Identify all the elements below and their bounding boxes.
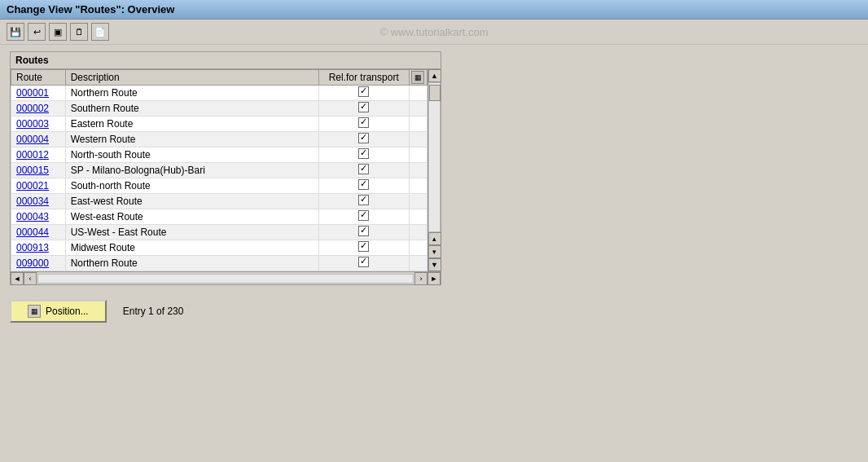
route-cell[interactable]: 000012 <box>11 147 66 163</box>
empty-cell <box>409 209 427 225</box>
col-header-settings[interactable]: ▦ <box>409 70 427 86</box>
h-scroll-track[interactable] <box>37 274 414 284</box>
copy-button[interactable]: 📄 <box>91 23 109 41</box>
route-link[interactable]: 000003 <box>16 118 49 130</box>
new-entries-button[interactable]: 🗒 <box>70 23 88 41</box>
scroll-right-small-button[interactable]: › <box>414 272 427 285</box>
footer-area: ▦ Position... Entry 1 of 230 <box>0 292 868 331</box>
transport-checkbox[interactable] <box>358 133 369 143</box>
transport-cell[interactable] <box>318 147 409 163</box>
table-row[interactable]: 000015SP - Milano-Bologna(Hub)-Bari <box>11 163 427 178</box>
position-icon: ▦ <box>28 305 41 318</box>
table-row[interactable]: 009000Northern Route <box>11 256 427 271</box>
scroll-thumb[interactable] <box>429 85 441 101</box>
transport-cell[interactable] <box>318 163 409 178</box>
scroll-left-small-button[interactable]: ‹ <box>24 272 37 285</box>
save-button[interactable]: 💾 <box>7 23 24 41</box>
table-row[interactable]: 000004Western Route <box>11 132 427 147</box>
transport-cell[interactable] <box>318 101 409 117</box>
route-cell[interactable]: 000004 <box>11 132 66 147</box>
scroll-small-up[interactable]: ▴ <box>428 232 441 245</box>
route-link[interactable]: 000001 <box>16 87 49 99</box>
transport-cell[interactable] <box>318 117 409 132</box>
transport-cell[interactable] <box>318 132 409 147</box>
table-row[interactable]: 000913Midwest Route <box>11 240 427 256</box>
transport-checkbox[interactable] <box>358 164 369 174</box>
empty-cell <box>409 194 427 209</box>
transport-checkbox[interactable] <box>358 148 369 159</box>
empty-cell <box>409 101 427 117</box>
main-area: Routes Route Description Rel.for <box>0 45 868 292</box>
horizontal-scrollbar[interactable]: ◄ ‹ › ► <box>11 271 441 284</box>
transport-checkbox[interactable] <box>358 102 369 112</box>
scroll-left-button[interactable]: ◄ <box>11 272 24 285</box>
back-icon: ↩ <box>33 27 41 37</box>
transport-cell[interactable] <box>318 240 409 256</box>
scroll-track[interactable] <box>428 82 441 232</box>
transport-cell[interactable] <box>318 178 409 194</box>
route-link[interactable]: 000002 <box>16 103 49 114</box>
route-link[interactable]: 000034 <box>16 196 49 207</box>
window-button[interactable]: ▣ <box>49 23 67 41</box>
route-cell[interactable]: 000913 <box>11 240 66 256</box>
table-row[interactable]: 000044US-West - East Route <box>11 225 427 240</box>
route-link[interactable]: 000012 <box>16 149 49 161</box>
back-button[interactable]: ↩ <box>28 23 46 41</box>
scroll-small-down[interactable]: ▾ <box>428 245 441 258</box>
empty-cell <box>409 256 427 271</box>
scroll-right-button[interactable]: ► <box>427 272 441 285</box>
table-row[interactable]: 000034East-west Route <box>11 194 427 209</box>
route-cell[interactable]: 000003 <box>11 117 66 132</box>
route-cell[interactable]: 000034 <box>11 194 66 209</box>
routes-table: Route Description Rel.for transport ▦ <box>11 69 427 271</box>
description-cell: Northern Route <box>65 256 318 271</box>
settings-icon[interactable]: ▦ <box>411 71 424 84</box>
toolbar: 💾 ↩ ▣ 🗒 📄 © www.tutorialkart.com <box>0 20 868 45</box>
route-link[interactable]: 000015 <box>16 165 49 176</box>
transport-cell[interactable] <box>318 225 409 240</box>
transport-checkbox[interactable] <box>358 210 369 221</box>
route-link[interactable]: 009000 <box>16 257 49 269</box>
table-row[interactable]: 000012North-south Route <box>11 147 427 163</box>
transport-checkbox[interactable] <box>358 195 369 205</box>
transport-cell[interactable] <box>318 209 409 225</box>
route-cell[interactable]: 000002 <box>11 101 66 117</box>
table-row[interactable]: 000003Eastern Route <box>11 117 427 132</box>
title-bar: Change View "Routes": Overview <box>0 0 868 20</box>
route-link[interactable]: 000004 <box>16 134 49 145</box>
route-link[interactable]: 000021 <box>16 180 49 191</box>
route-cell[interactable]: 000043 <box>11 209 66 225</box>
transport-cell[interactable] <box>318 256 409 271</box>
title-text: Change View "Routes": Overview <box>7 3 174 15</box>
vertical-scrollbar[interactable]: ▲ ▴ ▾ ▼ <box>427 69 441 271</box>
description-cell: Northern Route <box>65 86 318 101</box>
route-cell[interactable]: 000044 <box>11 225 66 240</box>
route-link[interactable]: 000913 <box>16 242 49 253</box>
transport-checkbox[interactable] <box>358 117 369 128</box>
table-row[interactable]: 000043West-east Route <box>11 209 427 225</box>
route-cell[interactable]: 000001 <box>11 86 66 101</box>
table-row[interactable]: 000002Southern Route <box>11 101 427 117</box>
transport-checkbox[interactable] <box>358 257 369 267</box>
transport-checkbox[interactable] <box>358 179 369 190</box>
empty-cell <box>409 132 427 147</box>
route-cell[interactable]: 009000 <box>11 256 66 271</box>
table-row[interactable]: 000001Northern Route <box>11 86 427 101</box>
empty-cell <box>409 240 427 256</box>
transport-cell[interactable] <box>318 194 409 209</box>
route-cell[interactable]: 000021 <box>11 178 66 194</box>
description-cell: North-south Route <box>65 147 318 163</box>
transport-checkbox[interactable] <box>358 241 369 252</box>
route-cell[interactable]: 000015 <box>11 163 66 178</box>
route-link[interactable]: 000043 <box>16 211 49 222</box>
transport-checkbox[interactable] <box>358 226 369 236</box>
route-link[interactable]: 000044 <box>16 227 49 238</box>
transport-cell[interactable] <box>318 86 409 101</box>
position-button[interactable]: ▦ Position... <box>10 300 107 323</box>
transport-checkbox[interactable] <box>358 86 369 97</box>
scroll-up-button[interactable]: ▲ <box>428 69 441 82</box>
empty-cell <box>409 86 427 101</box>
scroll-down-button[interactable]: ▼ <box>428 258 441 271</box>
col-header-transport: Rel.for transport <box>318 70 409 86</box>
table-row[interactable]: 000021South-north Route <box>11 178 427 194</box>
